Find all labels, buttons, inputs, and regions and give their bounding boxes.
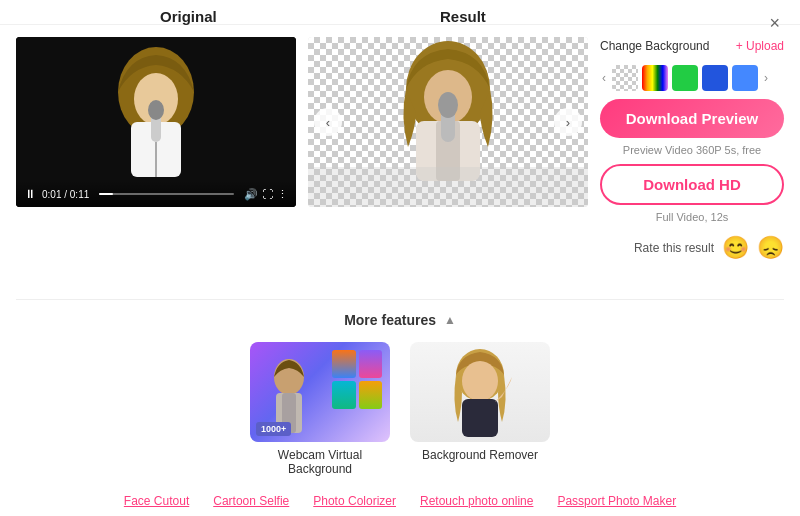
panel-1 (332, 350, 356, 378)
footer-links: Face Cutout Cartoon Selfie Photo Coloriz… (0, 484, 800, 516)
feature-title-webcam: Webcam Virtual Background (250, 448, 390, 476)
more-features-label: More features (344, 312, 436, 328)
color-swatch-green[interactable] (672, 65, 698, 91)
result-display: ‹ › (308, 37, 588, 207)
bg-remover-woman-svg (440, 347, 520, 437)
video-time: 0:01 / 0:11 (42, 189, 89, 200)
rate-section: Rate this result 😊 😞 (600, 235, 784, 261)
pause-icon[interactable]: ⏸ (24, 187, 36, 201)
feature-thumb-bg-remover (410, 342, 550, 442)
color-swatch-rainbow[interactable] (642, 65, 668, 91)
webcam-panels (332, 350, 382, 409)
more-icon[interactable]: ⋮ (277, 188, 288, 201)
footer-link-cartoon-selfie[interactable]: Cartoon Selfie (213, 494, 289, 508)
collapse-icon[interactable]: ▲ (444, 313, 456, 327)
color-swatch-transparent[interactable] (612, 65, 638, 91)
footer-link-face-cutout[interactable]: Face Cutout (124, 494, 189, 508)
more-features-section: More features ▲ (0, 300, 800, 484)
feature-card-bg-remover[interactable]: Background Remover (410, 342, 550, 476)
progress-bar[interactable] (99, 193, 234, 195)
original-title: Original (160, 8, 217, 25)
color-next-arrow[interactable]: › (762, 69, 770, 87)
header: Original Result × (0, 0, 800, 25)
preview-note: Preview Video 360P 5s, free (600, 144, 784, 156)
video-controls: ⏸ 0:01 / 0:11 🔊 ⛶ ⋮ (16, 181, 296, 207)
close-button[interactable]: × (769, 14, 780, 32)
result-title: Result (440, 8, 486, 25)
result-next-arrow[interactable]: › (554, 108, 582, 136)
modal-container: Original Result × (0, 0, 800, 516)
svg-rect-13 (308, 167, 588, 207)
footer-link-passport[interactable]: Passport Photo Maker (557, 494, 676, 508)
svg-point-12 (438, 92, 458, 118)
feature-thumb-webcam: 1000+ (250, 342, 390, 442)
color-swatch-blue[interactable] (702, 65, 728, 91)
feature-title-bg-remover: Background Remover (422, 448, 538, 462)
result-prev-arrow[interactable]: ‹ (314, 108, 342, 136)
more-features-header: More features ▲ (16, 312, 784, 328)
rate-label: Rate this result (634, 241, 714, 255)
footer-link-photo-colorizer[interactable]: Photo Colorizer (313, 494, 396, 508)
actions-panel: Change Background + Upload ‹ › Download … (600, 37, 784, 287)
badge-1000: 1000+ (256, 422, 291, 436)
download-preview-button[interactable]: Download Preview (600, 99, 784, 138)
main-content: ⏸ 0:01 / 0:11 🔊 ⛶ ⋮ (0, 25, 800, 295)
result-frame-svg (308, 37, 588, 207)
thumb-webcam-bg: 1000+ (250, 342, 390, 442)
svg-rect-19 (462, 399, 498, 437)
bg-section: Change Background + Upload (600, 39, 784, 53)
bg-colors-row: ‹ › (600, 65, 784, 91)
svg-point-18 (462, 361, 498, 401)
color-prev-arrow[interactable]: ‹ (600, 69, 608, 87)
thumb-bg-remover-bg (410, 342, 550, 442)
fullscreen-icon[interactable]: ⛶ (262, 188, 273, 201)
feature-cards: 1000+ Webcam Virtual Background (16, 342, 784, 476)
footer-link-retouch[interactable]: Retouch photo online (420, 494, 533, 508)
panel-2 (359, 350, 383, 378)
download-hd-button[interactable]: Download HD (600, 164, 784, 205)
video-player[interactable]: ⏸ 0:01 / 0:11 🔊 ⛶ ⋮ (16, 37, 296, 207)
hd-note: Full Video, 12s (600, 211, 784, 223)
rate-happy-emoji[interactable]: 😊 (722, 235, 749, 261)
upload-link[interactable]: + Upload (736, 39, 784, 53)
feature-card-webcam[interactable]: 1000+ Webcam Virtual Background (250, 342, 390, 476)
progress-fill (99, 193, 112, 195)
svg-point-5 (148, 100, 164, 120)
color-swatch-lightblue[interactable] (732, 65, 758, 91)
volume-icon[interactable]: 🔊 (244, 188, 258, 201)
original-panel: ⏸ 0:01 / 0:11 🔊 ⛶ ⋮ (16, 37, 296, 287)
panel-4 (359, 381, 383, 409)
bg-label: Change Background (600, 39, 709, 53)
control-icons: 🔊 ⛶ ⋮ (244, 188, 288, 201)
panel-3 (332, 381, 356, 409)
result-panel: ‹ › (308, 37, 588, 287)
rate-sad-emoji[interactable]: 😞 (757, 235, 784, 261)
